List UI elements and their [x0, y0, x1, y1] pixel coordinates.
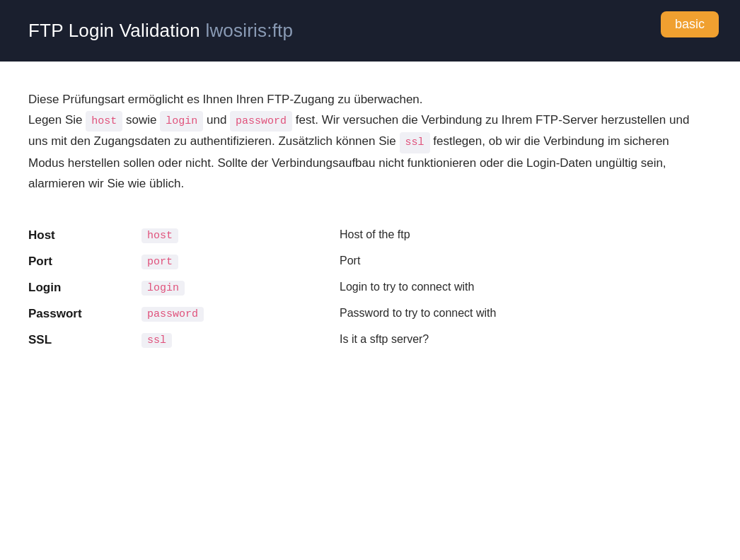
header: FTP Login Validation lwosiris:ftp basic [0, 0, 740, 62]
param-desc-ssl: Is it a sftp server? [340, 327, 712, 354]
param-desc-port: Port [340, 249, 712, 275]
param-name-password: Passwort [28, 301, 141, 327]
main-content: Diese Prüfungsart ermöglicht es Ihnen Ih… [0, 62, 740, 382]
code-password-inline: password [230, 111, 292, 132]
page-wrapper: FTP Login Validation lwosiris:ftp basic … [0, 0, 740, 560]
page-title: FTP Login Validation lwosiris:ftp [28, 20, 293, 42]
badge-basic: basic [661, 11, 719, 37]
params-table: Host host Host of the ftp Port port Port… [28, 223, 712, 354]
param-desc-login: Login to try to connect with [340, 275, 712, 301]
description-text: Diese Prüfungsart ermöglicht es Ihnen Ih… [28, 90, 707, 194]
title-subtitle: lwosiris:ftp [205, 20, 293, 41]
param-name-port: Port [28, 249, 141, 275]
param-name-host: Host [28, 223, 141, 249]
table-row: Login login Login to try to connect with [28, 275, 712, 301]
title-main: FTP Login Validation [28, 20, 200, 41]
table-row: Port port Port [28, 249, 712, 275]
table-row: Passwort password Password to try to con… [28, 301, 712, 327]
code-host-inline: host [86, 111, 122, 132]
param-desc-password: Password to try to connect with [340, 301, 712, 327]
param-name-login: Login [28, 275, 141, 301]
desc-line1: Diese Prüfungsart ermöglicht es Ihnen Ih… [28, 90, 707, 110]
param-code-host: host [141, 223, 340, 249]
desc-line2: Legen Sie host sowie login und password … [28, 110, 707, 194]
table-row: SSL ssl Is it a sftp server? [28, 327, 712, 354]
param-name-ssl: SSL [28, 327, 141, 354]
param-desc-host: Host of the ftp [340, 223, 712, 249]
param-code-password: password [141, 301, 340, 327]
code-login-inline: login [160, 111, 203, 132]
table-row: Host host Host of the ftp [28, 223, 712, 249]
param-code-login: login [141, 275, 340, 301]
param-code-ssl: ssl [141, 327, 340, 354]
code-ssl-inline: ssl [400, 132, 430, 153]
param-code-port: port [141, 249, 340, 275]
